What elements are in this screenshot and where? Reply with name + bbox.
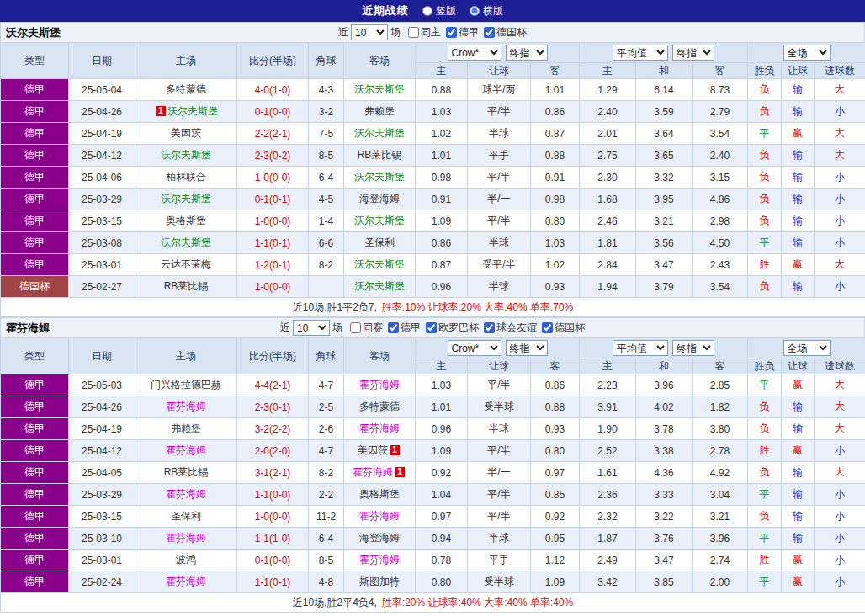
checkbox-input[interactable] [408, 27, 419, 38]
filter-controls: 近 10 场 同赛德甲欧罗巴杯球会友谊德国杯 [280, 320, 585, 336]
team-name-text[interactable]: 沃尔夫斯堡 [161, 236, 211, 248]
average-stage-select[interactable]: 终指 [672, 45, 714, 61]
topbar: 近期战绩 竖版 横版 [0, 0, 865, 22]
result-goals: 小 [815, 101, 865, 123]
odds-stage-select[interactable]: 终指 [506, 45, 548, 61]
corner-cell [309, 276, 344, 298]
odds-stage-select[interactable]: 终指 [506, 340, 548, 356]
avg-draw-odds: 3.56 [636, 232, 693, 254]
team-name-text[interactable]: 霍芬海姆 [359, 379, 400, 390]
away-team-cell: 霍芬海姆1 [344, 462, 416, 484]
checkbox-input[interactable] [484, 27, 495, 38]
filter-checkbox[interactable]: 同主 [408, 25, 441, 40]
team-name-text[interactable]: 霍芬海姆 [359, 510, 400, 522]
layout-radio-vertical[interactable]: 竖版 [422, 4, 456, 19]
team-name-text[interactable]: 沃尔夫斯堡 [161, 149, 211, 161]
handicap-home-odds: 1.02 [416, 123, 468, 145]
team-name-text[interactable]: 霍芬海姆 [166, 532, 206, 544]
date-cell: 25-05-03 [69, 374, 135, 396]
avg-draw-odds: 3.32 [636, 167, 693, 189]
scope-select[interactable]: 全场 [783, 45, 831, 61]
checkbox-input[interactable] [484, 322, 495, 333]
red-card-badge: 1 [395, 467, 405, 477]
team-name-text[interactable]: 沃尔夫斯堡 [354, 258, 405, 270]
avg-away-odds: 4.92 [693, 462, 748, 484]
handicap-away-odds: 0.87 [531, 123, 580, 145]
team-name-text[interactable]: 沃尔夫斯堡 [354, 215, 405, 226]
team-name: 霍芬海姆 [6, 318, 50, 337]
handicap-line: 半球 [468, 418, 531, 440]
match-count-select[interactable]: 10 [293, 320, 330, 336]
away-team-cell: 沃尔夫斯堡 [344, 276, 416, 298]
handicap-line: 平/半 [468, 210, 531, 232]
filter-checkbox[interactable]: 欧罗巴杯 [426, 321, 479, 335]
team-name-text[interactable]: 沃尔夫斯堡 [354, 83, 405, 95]
scope-select[interactable]: 全场 [783, 340, 831, 356]
checkbox-input[interactable] [388, 322, 399, 333]
team-name-text[interactable]: 沃尔夫斯堡 [354, 280, 405, 292]
team-name-text[interactable]: 沃尔夫斯堡 [161, 193, 211, 204]
filter-checkbox[interactable]: 德甲 [388, 321, 421, 335]
handicap-line: 受半球 [468, 571, 531, 593]
league-cell: 德甲 [1, 189, 69, 210]
summary-stats: 胜率:10% 让球率:20% 大率:40% 单率:70% [382, 301, 573, 313]
odds-company-select[interactable]: Crow* [448, 45, 501, 61]
team-name-text[interactable]: 霍芬海姆 [359, 422, 400, 434]
handicap-home-odds: 0.91 [416, 189, 468, 210]
corner-cell: 4-7 [309, 440, 344, 462]
away-team-cell: 霍芬海姆 [344, 374, 416, 396]
filter-checkbox[interactable]: 德国杯 [542, 321, 585, 335]
home-team-cell: 霍芬海姆 [135, 528, 237, 550]
checkbox-input[interactable] [542, 322, 553, 333]
filter-checkbox[interactable]: 德甲 [446, 25, 479, 40]
team-name-text[interactable]: 沃尔夫斯堡 [354, 127, 405, 139]
checkbox-input[interactable] [350, 322, 361, 333]
score-cell: 4-0(1-0) [237, 79, 309, 101]
result-goals: 小 [815, 440, 865, 462]
average-select[interactable]: 平均值 [613, 45, 668, 61]
odds-company-select[interactable]: Crow* [448, 340, 501, 356]
filter-checkbox[interactable]: 德国杯 [484, 25, 527, 40]
handicap-away-odds: 0.93 [531, 276, 580, 298]
match-row: 德甲25-04-261沃尔夫斯堡0-1(0-0)3-2弗赖堡1.03平/半0.8… [1, 101, 865, 123]
avg-draw-odds: 3.85 [636, 571, 693, 593]
score-cell: 1-0(0-0) [237, 506, 309, 528]
col-score: 比分(半场) [237, 43, 309, 79]
handicap-line: 半球 [468, 123, 531, 145]
filter-checkbox[interactable]: 球会友谊 [484, 321, 537, 335]
team-name-text[interactable]: 霍芬海姆 [166, 444, 206, 456]
team-name-text: 波鸿 [176, 554, 196, 566]
team-name-text[interactable]: 沃尔夫斯堡 [354, 171, 405, 183]
handicap-line: 平/半 [468, 374, 531, 396]
team-name-text[interactable]: 霍芬海姆 [359, 554, 400, 566]
checkbox-input[interactable] [426, 322, 437, 333]
average-stage-select[interactable]: 终指 [672, 340, 714, 356]
match-count-select[interactable]: 10 [351, 24, 388, 40]
date-cell: 25-04-19 [69, 123, 135, 145]
col-type: 类型 [1, 338, 69, 374]
team-name-text[interactable]: 沃尔夫斯堡 [167, 105, 218, 117]
corner-cell: 4-5 [309, 189, 344, 210]
filter-checkbox[interactable]: 同赛 [350, 321, 383, 335]
league-cell: 德甲 [1, 418, 69, 440]
handicap-away-odds: 1.09 [531, 571, 580, 593]
handicap-line: 平/半 [468, 506, 531, 528]
layout-radio-horizontal[interactable]: 横版 [470, 4, 503, 19]
average-select[interactable]: 平均值 [613, 340, 668, 356]
col-avg-home: 主 [580, 63, 636, 79]
page-title: 近期战绩 [362, 3, 409, 19]
score-cell: 3-2(2-2) [237, 418, 309, 440]
team-name-text: 斯图加特 [359, 576, 400, 587]
team-name-text[interactable]: 霍芬海姆 [353, 466, 393, 478]
handicap-line: 半球 [468, 276, 531, 298]
checkbox-input[interactable] [446, 27, 457, 38]
result-goals: 大 [815, 418, 865, 440]
team-name-text[interactable]: 霍芬海姆 [166, 401, 206, 412]
horizontal-radio-input[interactable] [470, 6, 480, 16]
vertical-radio-input[interactable] [422, 6, 432, 16]
avg-home-odds: 2.52 [580, 440, 636, 462]
team-name-text[interactable]: 霍芬海姆 [166, 576, 206, 587]
handicap-away-odds: 0.93 [531, 418, 580, 440]
result-goals: 大 [815, 123, 865, 145]
team-name-text[interactable]: 霍芬海姆 [166, 488, 206, 500]
